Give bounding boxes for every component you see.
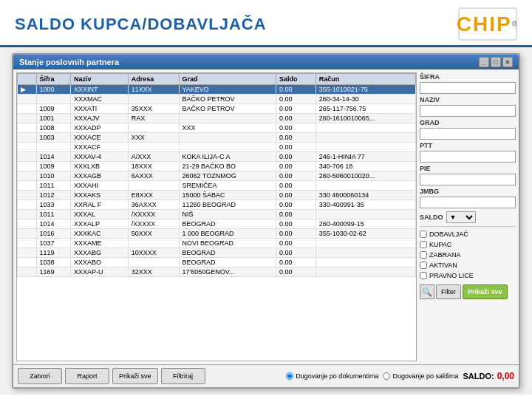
grad-input[interactable] bbox=[420, 128, 516, 140]
row-indicator bbox=[18, 248, 37, 258]
row-indicator bbox=[18, 95, 37, 104]
table-row[interactable]: XXXMACBAČKO PETROV0.00260-34-14-30 bbox=[18, 95, 416, 104]
table-cell: 0.00 bbox=[276, 239, 316, 248]
table-cell: /XXXXX bbox=[128, 210, 179, 219]
table-row[interactable]: 1038XXXABOBEOGRAD0.00 bbox=[18, 258, 416, 267]
saldo-display-label: SALDO: bbox=[463, 372, 494, 381]
table-cell: XXXAJV bbox=[71, 114, 129, 123]
table-cell: 1014 bbox=[36, 152, 70, 162]
table-row[interactable]: 1010XXXAGB6AXXX26062 TOZNMOG0.00260-5060… bbox=[18, 171, 416, 181]
table-row[interactable]: 1008XXXADPXXX0.00 bbox=[18, 123, 416, 133]
row-indicator: ▶ bbox=[18, 85, 37, 95]
kupac-checkbox[interactable] bbox=[420, 241, 427, 248]
radio-saldima-input[interactable] bbox=[383, 372, 390, 380]
table-row[interactable]: 1009XXXLXB18XXX21-29 BAČKO BO0.00340-706… bbox=[18, 162, 416, 171]
right-panel: ŠIFRA NAZIV GRAD PTT PIE bbox=[420, 72, 516, 361]
aktivan-checkbox-row: AKTIVAN bbox=[420, 262, 516, 269]
table-cell: 0.00 bbox=[276, 123, 316, 133]
table-header-row: Šifra Naziv Adresa Grad Saldo Račun bbox=[18, 74, 416, 85]
table-cell: 35XXX bbox=[128, 104, 179, 114]
table-cell: BEOGRAD bbox=[179, 258, 276, 267]
table-cell: 260-1610010065... bbox=[316, 114, 415, 123]
table-cell: 0.00 bbox=[276, 85, 316, 95]
table-cell: XXXADP bbox=[71, 123, 129, 133]
table-container[interactable]: Šifra Naziv Adresa Grad Saldo Račun ▶100… bbox=[17, 73, 416, 361]
table-cell: 21-29 BAČKO BO bbox=[179, 162, 276, 171]
table-cell: 36AXXX bbox=[128, 200, 179, 210]
table-cell: 0.00 bbox=[276, 181, 316, 191]
table-cell: A/XXX bbox=[128, 152, 179, 162]
col-grad[interactable]: Grad bbox=[179, 74, 276, 85]
table-row[interactable]: 1012XXXAKSE8XXX15000 ŠABAC0.00330 460006… bbox=[18, 191, 416, 200]
zabrana-label: ZABRANA bbox=[429, 251, 461, 259]
show-all-button[interactable]: Prikaži sve bbox=[463, 284, 508, 299]
sifra-input[interactable] bbox=[420, 82, 516, 94]
table-row[interactable]: 1011XXXAHISREMIČEA0.00 bbox=[18, 181, 416, 191]
table-row[interactable]: ▶1000XXXINT11XXXYAKEVO0.00355-1010021-75 bbox=[18, 85, 416, 95]
filtriraj-button[interactable]: Filtriraj bbox=[161, 368, 205, 384]
table-cell: XXXAHI bbox=[71, 181, 129, 191]
jmbg-label: JMBG bbox=[420, 187, 516, 196]
filter-area: 🔍 Filter Prikaži sve bbox=[420, 284, 516, 299]
table-cell: 1012 bbox=[36, 191, 70, 200]
table-row[interactable]: 1003XXXACEXXX0.00 bbox=[18, 133, 416, 143]
table-row[interactable]: 1014XXXALP/XXXXXBEOGRAD0.00260-400099-15 bbox=[18, 219, 416, 229]
table-row[interactable]: 1009XXXATI35XXXBAČKO PETROV0.00265-117-7… bbox=[18, 104, 416, 114]
raport-button[interactable]: Raport bbox=[65, 368, 109, 384]
table-cell: 260-34-14-30 bbox=[316, 95, 415, 104]
table-cell: 1009 bbox=[36, 104, 70, 114]
dobavljac-label: DOBAVLJAČ bbox=[429, 231, 468, 238]
table-row[interactable]: 1037XXXAMENOVI BEOGRAD0.00 bbox=[18, 239, 416, 248]
pravno-lice-label: PRAVNO LICE bbox=[429, 272, 474, 279]
main-area: Stanje poslovnih partnera _ □ × Šifra bbox=[0, 47, 532, 395]
table-cell bbox=[179, 133, 276, 143]
col-saldo[interactable]: Saldo bbox=[276, 74, 316, 85]
radio-dokumentima: Dugovanje po dokumentima bbox=[286, 372, 378, 380]
maximize-button[interactable]: □ bbox=[491, 57, 501, 67]
aktivan-label: AKTIVAN bbox=[429, 262, 457, 269]
table-row[interactable]: 1169XXXAP-U32XXX17'6050GENOV...0.00 bbox=[18, 267, 416, 277]
naziv-input[interactable] bbox=[420, 105, 516, 117]
table-cell: 260-400099-15 bbox=[316, 219, 415, 229]
pravno-lice-checkbox[interactable] bbox=[420, 272, 427, 279]
table-cell: 1016 bbox=[36, 229, 70, 239]
page-header: SALDO KUPCA/DOBAVLJAČA CHIP® bbox=[0, 0, 532, 47]
pie-input[interactable] bbox=[420, 174, 516, 185]
prikazi-sve-button[interactable]: Prikaži sve bbox=[112, 368, 158, 384]
table-cell: 1119 bbox=[36, 248, 70, 258]
row-indicator bbox=[18, 133, 37, 143]
close-button[interactable]: × bbox=[502, 57, 513, 67]
table-row[interactable]: 1014XXXAV-4A/XXXKOKA ILIJA-C A0.00246-1-… bbox=[18, 152, 416, 162]
col-naziv[interactable]: Naziv bbox=[71, 74, 129, 85]
dobavljac-checkbox[interactable] bbox=[420, 231, 427, 238]
table-row[interactable]: 1011XXXAL/XXXXXNIŠ0.00 bbox=[18, 210, 416, 219]
table-row[interactable]: 1016XXXKAC50XXX1 000 BEOGRAD0.00355-1030… bbox=[18, 229, 416, 239]
radio-dokumentima-input[interactable] bbox=[286, 372, 293, 380]
col-adresa[interactable]: Adresa bbox=[128, 74, 179, 85]
col-racun[interactable]: Račun bbox=[316, 74, 415, 85]
table-row[interactable]: 1119XXXABG10XXXXBEOGRAD0.00 bbox=[18, 248, 416, 258]
table-row[interactable]: XXXACF0.00 bbox=[18, 143, 416, 152]
search-icon-button[interactable]: 🔍 bbox=[420, 284, 434, 299]
table-cell: 11XXX bbox=[128, 85, 179, 95]
zabrana-checkbox[interactable] bbox=[420, 251, 427, 259]
table-cell: 11260 BEOGRAD bbox=[179, 200, 276, 210]
ptt-input[interactable] bbox=[420, 151, 516, 163]
table-cell: XXXACF bbox=[71, 143, 129, 152]
zatvori-button[interactable]: Zatvori bbox=[18, 368, 62, 384]
jmbg-input[interactable] bbox=[420, 197, 516, 208]
col-sifra[interactable]: Šifra bbox=[36, 74, 70, 85]
dialog-window: Stanje poslovnih partnera _ □ × Šifra bbox=[12, 53, 520, 389]
table-cell: 0.00 bbox=[276, 210, 316, 219]
table-row[interactable]: 1001XXXAJVRAX0.00260-1610010065... bbox=[18, 114, 416, 123]
table-row[interactable]: 1033XXRAL F36AXXX11260 BEOGRAD0.00330-40… bbox=[18, 200, 416, 210]
filter-button[interactable]: Filter bbox=[436, 284, 461, 299]
dialog-title: Stanje poslovnih partnera bbox=[19, 58, 119, 66]
saldo-select[interactable]: ▼ bbox=[446, 211, 476, 223]
minimize-button[interactable]: _ bbox=[479, 57, 489, 67]
dialog-content: Šifra Naziv Adresa Grad Saldo Račun ▶100… bbox=[13, 69, 519, 364]
table-cell: NIŠ bbox=[179, 210, 276, 219]
aktivan-checkbox[interactable] bbox=[420, 262, 427, 269]
data-table-panel: Šifra Naziv Adresa Grad Saldo Račun ▶100… bbox=[16, 72, 417, 361]
table-cell: XXXAP-U bbox=[71, 267, 129, 277]
